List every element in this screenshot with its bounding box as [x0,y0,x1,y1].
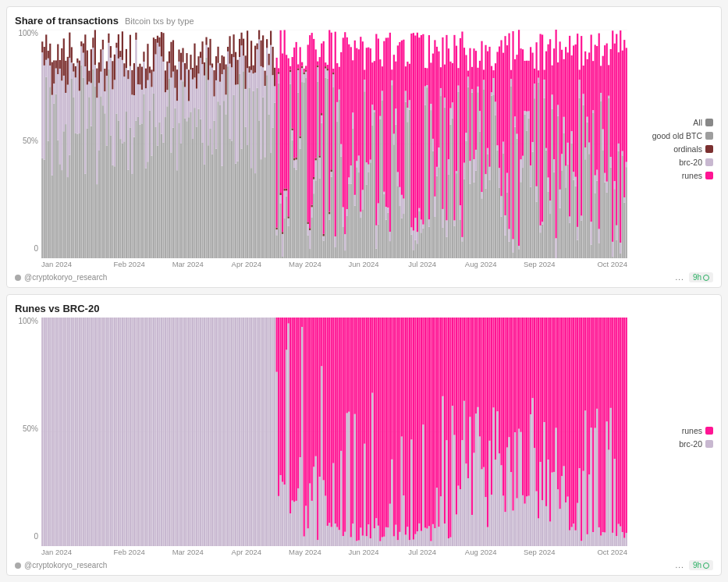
svg-rect-1308 [522,318,524,495]
svg-rect-564 [387,212,389,258]
svg-rect-40 [65,93,66,124]
svg-rect-885 [596,170,598,181]
svg-rect-861 [581,216,582,221]
svg-rect-751 [508,229,510,242]
svg-rect-1146 [364,318,365,444]
svg-rect-1224 [440,318,442,496]
svg-rect-925 [622,51,623,151]
svg-rect-250 [201,64,203,143]
legend-all-dot [705,119,713,126]
svg-rect-1019 [205,318,207,546]
chart2-x-jul: Jul 2024 [393,548,452,556]
svg-rect-297 [233,95,234,258]
svg-rect-420 [304,74,305,83]
svg-rect-987 [143,318,144,546]
svg-rect-18 [51,176,53,258]
svg-rect-671 [456,46,457,172]
svg-rect-1009 [186,318,187,546]
svg-rect-639 [436,176,438,258]
svg-rect-1354 [567,318,569,497]
svg-rect-1127 [346,413,348,546]
svg-rect-209 [174,66,176,88]
svg-rect-1395 [608,450,609,546]
svg-rect-1349 [563,466,565,546]
svg-rect-1184 [401,318,403,437]
svg-rect-149 [135,33,137,40]
svg-rect-1065 [286,350,287,546]
svg-rect-339 [261,159,262,258]
svg-rect-85 [94,65,96,87]
svg-rect-722 [488,47,490,167]
svg-rect-246 [200,119,201,258]
svg-rect-495 [343,227,344,258]
svg-rect-762 [516,139,517,258]
svg-rect-699 [475,171,477,258]
svg-rect-342 [262,98,264,258]
svg-rect-1087 [307,528,309,546]
svg-rect-704 [477,68,478,87]
svg-rect-21 [53,104,55,258]
svg-rect-165 [147,161,148,258]
svg-rect-1041 [249,318,250,546]
svg-rect-148 [135,40,137,121]
svg-rect-475 [331,177,332,258]
svg-rect-1063 [284,484,286,546]
svg-rect-79 [91,83,92,126]
svg-rect-1297 [512,511,513,546]
svg-rect-860 [581,221,582,258]
svg-rect-1284 [499,318,500,453]
svg-rect-1222 [438,318,439,527]
svg-rect-893 [602,150,604,258]
svg-rect-282 [223,101,225,258]
svg-rect-157 [141,90,143,123]
svg-rect-100 [104,91,105,113]
svg-rect-707 [479,61,481,111]
svg-rect-97 [102,49,104,105]
svg-rect-474 [328,30,330,211]
svg-rect-539 [370,48,371,160]
svg-rect-409 [297,68,299,69]
svg-rect-517 [356,161,357,167]
svg-rect-464 [325,69,326,78]
legend-ordinals-label: ordinals [673,144,702,154]
chart2-dots-btn[interactable]: ... [676,561,684,570]
svg-rect-1241 [457,486,459,546]
svg-rect-1235 [452,406,453,546]
svg-rect-503 [346,37,348,209]
svg-rect-1075 [296,501,297,546]
svg-rect-686 [465,55,467,133]
svg-rect-1341 [556,428,557,546]
svg-rect-1121 [340,451,342,546]
svg-rect-675 [460,220,461,258]
svg-rect-406 [296,42,297,158]
svg-rect-32 [59,60,61,69]
chart1-legend-brc20: brc-20 [634,158,713,167]
svg-rect-491 [339,67,340,90]
svg-rect-1302 [516,318,517,499]
svg-rect-397 [292,128,293,130]
svg-rect-663 [452,119,453,258]
svg-rect-483 [335,247,336,258]
chart1-dots-btn[interactable]: ... [676,273,684,282]
svg-rect-175 [153,72,154,94]
svg-rect-548 [375,34,377,225]
svg-rect-1214 [430,318,431,541]
svg-rect-1012 [192,318,194,546]
svg-rect-614 [418,37,420,208]
svg-rect-296 [231,54,233,67]
svg-rect-407 [297,93,299,258]
svg-rect-730 [495,101,496,115]
svg-rect-1320 [534,318,535,448]
chart1-legend-goodbtc: good old BTC [634,131,713,140]
svg-rect-391 [289,84,291,258]
svg-rect-51 [73,98,74,258]
svg-rect-880 [592,61,594,110]
svg-rect-59 [76,59,78,63]
svg-rect-682 [463,163,465,179]
svg-rect-108 [110,135,112,258]
svg-rect-1059 [280,475,282,546]
svg-rect-632 [430,62,431,104]
svg-rect-758 [512,31,513,240]
svg-rect-556 [382,90,383,101]
svg-rect-825 [557,105,559,116]
